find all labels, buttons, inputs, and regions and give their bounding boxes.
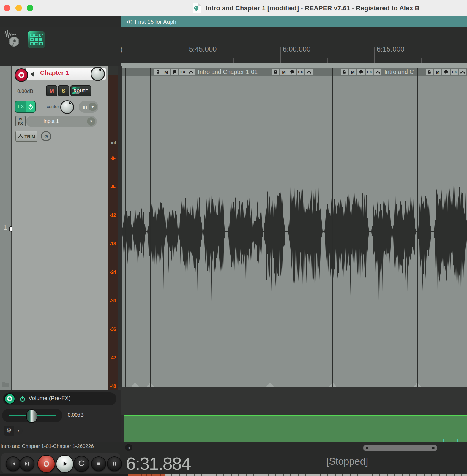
envelope-value[interactable]: 0.00dB: [68, 412, 84, 418]
item-fade-handle[interactable]: [418, 383, 422, 387]
item-fade-handle[interactable]: [266, 383, 270, 387]
ruler-tick-label: 6:00.000: [283, 45, 310, 53]
ruler-major-tick: [374, 47, 375, 63]
play-button[interactable]: [56, 455, 74, 473]
envelope-point[interactable]: [457, 439, 458, 442]
item-fx-button[interactable]: FX: [366, 69, 373, 75]
minimize-window-button[interactable]: [15, 5, 22, 11]
project-tab[interactable]: ≪First 15 for Auph: [121, 16, 467, 27]
stop-button[interactable]: [91, 456, 106, 471]
item-boundary[interactable]: [417, 68, 418, 76]
trim-envelope-button[interactable]: TRIM: [15, 131, 37, 142]
speaker-icon[interactable]: [30, 71, 37, 78]
item-button-cluster: MFX: [426, 68, 466, 75]
folder-icon[interactable]: [2, 383, 9, 387]
solo-button[interactable]: S: [58, 85, 69, 96]
envelope-dropdown-icon[interactable]: ▼: [14, 426, 23, 435]
media-item-waveform-area[interactable]: [122, 76, 467, 387]
item-bubble-icon[interactable]: [357, 69, 365, 75]
item-fx-button[interactable]: FX: [179, 69, 187, 75]
gear-icon[interactable]: ⚙: [4, 426, 14, 436]
item-fx-button[interactable]: FX: [451, 69, 458, 75]
waveform-disk-icon[interactable]: [4, 29, 20, 50]
item-fade-handle[interactable]: [270, 383, 274, 387]
chevron-down-icon[interactable]: ▼: [89, 103, 97, 111]
zoom-window-button[interactable]: [27, 5, 33, 11]
item-bubble-icon[interactable]: [442, 69, 450, 75]
close-window-button[interactable]: [4, 5, 10, 11]
item-mute-button[interactable]: M: [434, 69, 441, 75]
collapse-tabs-icon[interactable]: ≪: [126, 19, 132, 25]
item-fade-handle[interactable]: [333, 383, 337, 387]
repeat-button[interactable]: [73, 456, 89, 472]
track-control-panel: Chapter 1 0.00dB M S ROUTE FX center in …: [12, 66, 108, 390]
item-button-cluster: MFX: [272, 68, 313, 75]
item-fade-handle[interactable]: [135, 383, 139, 387]
input-fx-button[interactable]: INFX: [15, 116, 26, 126]
item-mute-button[interactable]: M: [349, 69, 356, 75]
item-env-icon[interactable]: [374, 69, 381, 75]
item-boundary[interactable]: [270, 68, 270, 76]
item-boundary[interactable]: [150, 68, 151, 76]
chevron-down-icon[interactable]: ▼: [87, 117, 95, 126]
envelope-active-indicator[interactable]: [4, 393, 15, 404]
item-boundary[interactable]: [332, 68, 333, 76]
envelope-power-icon[interactable]: [20, 396, 26, 403]
envelope-point[interactable]: [443, 439, 444, 442]
item-fade-handle[interactable]: [329, 383, 332, 387]
item-fade-handle[interactable]: [131, 383, 135, 387]
item-lock-icon[interactable]: [426, 69, 433, 75]
item-lock-icon[interactable]: [341, 69, 348, 75]
ruler-lower-strip[interactable]: [121, 63, 467, 68]
record-arm-button[interactable]: [15, 68, 28, 82]
record-monitor-dropdown[interactable]: in ▼: [79, 101, 98, 113]
pan-knob[interactable]: [91, 67, 105, 81]
pan-center-knob[interactable]: [60, 100, 74, 114]
pause-button[interactable]: [107, 456, 122, 471]
item-lock-icon[interactable]: [154, 69, 162, 75]
go-to-end-button[interactable]: [20, 456, 34, 471]
envelope-header[interactable]: Volume (Pre-FX): [3, 392, 116, 405]
item-fade-handle[interactable]: [151, 383, 154, 387]
media-item-header-band[interactable]: MFXIntro and Chapter 1-01MFXMFXIntro and…: [122, 68, 467, 76]
envelope-slider-handle[interactable]: [26, 409, 37, 423]
item-mute-button[interactable]: M: [280, 69, 288, 75]
meter-db-label: -6-: [108, 184, 118, 190]
item-boundary[interactable]: [150, 76, 151, 387]
track-matrix-icon[interactable]: [28, 31, 45, 48]
item-boundary[interactable]: [135, 76, 135, 387]
item-env-icon[interactable]: [305, 69, 313, 75]
phase-invert-button[interactable]: ø: [41, 131, 51, 141]
volume-envelope-lane[interactable]: [124, 415, 467, 442]
item-fade-handle[interactable]: [146, 383, 150, 387]
envelope-value-slider[interactable]: [2, 409, 62, 422]
item-boundary[interactable]: [125, 68, 126, 76]
item-boundary[interactable]: [135, 68, 135, 76]
item-env-icon[interactable]: [187, 69, 195, 75]
record-button[interactable]: [37, 455, 55, 473]
item-fx-button[interactable]: FX: [297, 69, 304, 75]
scroll-left-button[interactable]: ◀: [125, 444, 132, 451]
item-mute-button[interactable]: M: [162, 69, 170, 75]
horizontal-scrollbar[interactable]: [363, 445, 437, 451]
fx-power-icon[interactable]: [26, 101, 35, 112]
item-lock-icon[interactable]: [272, 69, 279, 75]
go-to-start-button[interactable]: [6, 456, 20, 471]
playback-time-display[interactable]: 6:31.884: [126, 453, 191, 474]
route-button[interactable]: ROUTE: [70, 85, 91, 96]
item-boundary[interactable]: [270, 76, 270, 387]
item-boundary[interactable]: [417, 76, 418, 387]
item-bubble-icon[interactable]: [288, 69, 296, 75]
item-env-icon[interactable]: [459, 69, 466, 75]
item-boundary[interactable]: [332, 76, 333, 387]
track-volume-value[interactable]: 0.00dB: [17, 88, 33, 94]
timeline-ruler[interactable]: ) 5:45.0006:00.0006:15.000: [121, 27, 467, 63]
item-label: Intro and C: [384, 69, 414, 75]
fx-button[interactable]: FX: [15, 101, 36, 113]
track-name[interactable]: Chapter 1: [40, 69, 69, 76]
item-fade-handle[interactable]: [413, 383, 417, 387]
mute-button[interactable]: M: [46, 85, 57, 96]
item-boundary[interactable]: [125, 76, 126, 387]
input-select-dropdown[interactable]: Input 1 ▼: [26, 116, 97, 127]
item-bubble-icon[interactable]: [171, 69, 178, 75]
